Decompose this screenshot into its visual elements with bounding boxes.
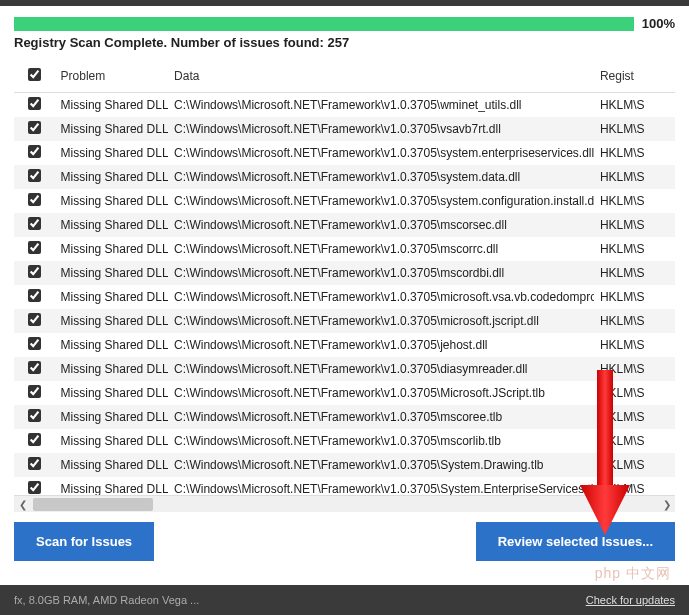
col-header-data[interactable]: Data <box>168 60 594 93</box>
table-row[interactable]: Missing Shared DLLC:\Windows\Microsoft.N… <box>14 309 675 333</box>
row-registry: HKLM\S <box>594 285 675 309</box>
table-row[interactable]: Missing Shared DLLC:\Windows\Microsoft.N… <box>14 237 675 261</box>
row-data: C:\Windows\Microsoft.NET\Framework\v1.0.… <box>168 165 594 189</box>
row-data: C:\Windows\Microsoft.NET\Framework\v1.0.… <box>168 405 594 429</box>
review-selected-issues-button[interactable]: Review selected Issues... <box>476 522 675 561</box>
row-checkbox[interactable] <box>28 217 41 230</box>
status-bar: fx, 8.0GB RAM, AMD Radeon Vega ... Check… <box>0 585 689 615</box>
row-data: C:\Windows\Microsoft.NET\Framework\v1.0.… <box>168 93 594 118</box>
row-registry: HKLM\S <box>594 237 675 261</box>
row-problem: Missing Shared DLL <box>55 117 169 141</box>
row-problem: Missing Shared DLL <box>55 357 169 381</box>
row-problem: Missing Shared DLL <box>55 405 169 429</box>
row-data: C:\Windows\Microsoft.NET\Framework\v1.0.… <box>168 213 594 237</box>
issues-table: Problem Data Regist Missing Shared DLLC:… <box>14 60 675 512</box>
row-problem: Missing Shared DLL <box>55 237 169 261</box>
scroll-left-arrow-icon[interactable]: ❮ <box>14 496 31 513</box>
row-data: C:\Windows\Microsoft.NET\Framework\v1.0.… <box>168 285 594 309</box>
row-checkbox[interactable] <box>28 145 41 158</box>
check-updates-link[interactable]: Check for updates <box>586 594 675 606</box>
row-problem: Missing Shared DLL <box>55 141 169 165</box>
scrollbar-thumb[interactable] <box>33 498 153 511</box>
row-problem: Missing Shared DLL <box>55 453 169 477</box>
row-registry: HKLM\S <box>594 261 675 285</box>
row-data: C:\Windows\Microsoft.NET\Framework\v1.0.… <box>168 117 594 141</box>
row-problem: Missing Shared DLL <box>55 429 169 453</box>
row-checkbox[interactable] <box>28 289 41 302</box>
row-checkbox[interactable] <box>28 457 41 470</box>
row-data: C:\Windows\Microsoft.NET\Framework\v1.0.… <box>168 141 594 165</box>
row-problem: Missing Shared DLL <box>55 285 169 309</box>
row-registry: HKLM\S <box>594 309 675 333</box>
row-checkbox[interactable] <box>28 361 41 374</box>
row-problem: Missing Shared DLL <box>55 189 169 213</box>
scroll-right-arrow-icon[interactable]: ❯ <box>658 496 675 513</box>
row-problem: Missing Shared DLL <box>55 381 169 405</box>
scan-progress-percent: 100% <box>642 16 675 31</box>
scan-for-issues-button[interactable]: Scan for Issues <box>14 522 154 561</box>
horizontal-scrollbar[interactable]: ❮ ❯ <box>14 495 675 512</box>
row-problem: Missing Shared DLL <box>55 213 169 237</box>
row-data: C:\Windows\Microsoft.NET\Framework\v1.0.… <box>168 429 594 453</box>
table-row[interactable]: Missing Shared DLLC:\Windows\Microsoft.N… <box>14 93 675 118</box>
row-checkbox[interactable] <box>28 385 41 398</box>
row-checkbox[interactable] <box>28 481 41 494</box>
table-row[interactable]: Missing Shared DLLC:\Windows\Microsoft.N… <box>14 141 675 165</box>
row-registry: HKLM\S <box>594 405 675 429</box>
table-row[interactable]: Missing Shared DLLC:\Windows\Microsoft.N… <box>14 213 675 237</box>
select-all-checkbox[interactable] <box>28 68 41 81</box>
row-registry: HKLM\S <box>594 453 675 477</box>
row-registry: HKLM\S <box>594 333 675 357</box>
row-checkbox[interactable] <box>28 193 41 206</box>
row-data: C:\Windows\Microsoft.NET\Framework\v1.0.… <box>168 261 594 285</box>
row-problem: Missing Shared DLL <box>55 261 169 285</box>
col-header-registry[interactable]: Regist <box>594 60 675 93</box>
row-data: C:\Windows\Microsoft.NET\Framework\v1.0.… <box>168 381 594 405</box>
row-problem: Missing Shared DLL <box>55 333 169 357</box>
row-data: C:\Windows\Microsoft.NET\Framework\v1.0.… <box>168 357 594 381</box>
row-checkbox[interactable] <box>28 433 41 446</box>
scan-status-text: Registry Scan Complete. Number of issues… <box>14 35 675 50</box>
col-header-problem[interactable]: Problem <box>55 60 169 93</box>
row-checkbox[interactable] <box>28 241 41 254</box>
row-data: C:\Windows\Microsoft.NET\Framework\v1.0.… <box>168 333 594 357</box>
table-row[interactable]: Missing Shared DLLC:\Windows\Microsoft.N… <box>14 189 675 213</box>
row-checkbox[interactable] <box>28 169 41 182</box>
table-row[interactable]: Missing Shared DLLC:\Windows\Microsoft.N… <box>14 117 675 141</box>
row-registry: HKLM\S <box>594 117 675 141</box>
table-row[interactable]: Missing Shared DLLC:\Windows\Microsoft.N… <box>14 429 675 453</box>
row-problem: Missing Shared DLL <box>55 93 169 118</box>
row-data: C:\Windows\Microsoft.NET\Framework\v1.0.… <box>168 189 594 213</box>
system-info-text: fx, 8.0GB RAM, AMD Radeon Vega ... <box>14 594 199 606</box>
table-row[interactable]: Missing Shared DLLC:\Windows\Microsoft.N… <box>14 165 675 189</box>
row-data: C:\Windows\Microsoft.NET\Framework\v1.0.… <box>168 309 594 333</box>
table-row[interactable]: Missing Shared DLLC:\Windows\Microsoft.N… <box>14 381 675 405</box>
row-registry: HKLM\S <box>594 165 675 189</box>
row-data: C:\Windows\Microsoft.NET\Framework\v1.0.… <box>168 453 594 477</box>
row-registry: HKLM\S <box>594 141 675 165</box>
table-row[interactable]: Missing Shared DLLC:\Windows\Microsoft.N… <box>14 453 675 477</box>
scan-progress-bar <box>14 17 634 31</box>
table-row[interactable]: Missing Shared DLLC:\Windows\Microsoft.N… <box>14 405 675 429</box>
row-registry: HKLM\S <box>594 213 675 237</box>
row-checkbox[interactable] <box>28 97 41 110</box>
row-registry: HKLM\S <box>594 93 675 118</box>
row-data: C:\Windows\Microsoft.NET\Framework\v1.0.… <box>168 237 594 261</box>
row-registry: HKLM\S <box>594 381 675 405</box>
row-checkbox[interactable] <box>28 409 41 422</box>
table-row[interactable]: Missing Shared DLLC:\Windows\Microsoft.N… <box>14 333 675 357</box>
row-problem: Missing Shared DLL <box>55 309 169 333</box>
table-row[interactable]: Missing Shared DLLC:\Windows\Microsoft.N… <box>14 261 675 285</box>
row-registry: HKLM\S <box>594 429 675 453</box>
table-row[interactable]: Missing Shared DLLC:\Windows\Microsoft.N… <box>14 357 675 381</box>
row-registry: HKLM\S <box>594 357 675 381</box>
row-checkbox[interactable] <box>28 313 41 326</box>
row-checkbox[interactable] <box>28 121 41 134</box>
row-registry: HKLM\S <box>594 189 675 213</box>
table-row[interactable]: Missing Shared DLLC:\Windows\Microsoft.N… <box>14 285 675 309</box>
row-checkbox[interactable] <box>28 337 41 350</box>
row-problem: Missing Shared DLL <box>55 165 169 189</box>
row-checkbox[interactable] <box>28 265 41 278</box>
